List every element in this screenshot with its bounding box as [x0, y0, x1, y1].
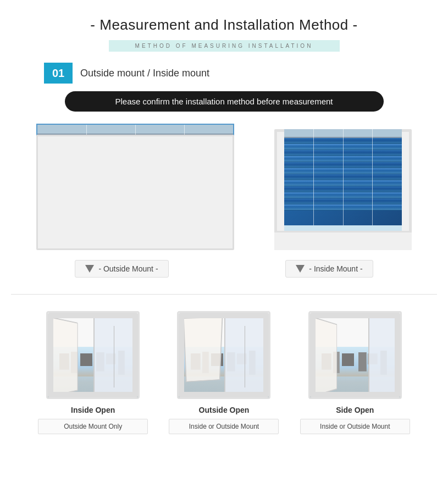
left-panel-open [52, 317, 78, 396]
inside-blinds [284, 129, 402, 225]
cord-left-inside [313, 129, 314, 225]
arrow-up-icon-inside [296, 265, 305, 273]
inside-open-illustration [46, 311, 140, 399]
window-type-side-open: Side Open Inside or Outside Mount [300, 311, 410, 434]
cord-mid-inside [343, 129, 344, 225]
inside-mount-text: - Inside Mount - [309, 264, 362, 273]
page-container: - Measurement and Installation Method - … [0, 0, 448, 462]
step-label: Outside mount / Inside mount [80, 68, 209, 79]
section-divider [11, 294, 437, 295]
notice-bar: Please confirm the installation method b… [65, 91, 384, 112]
cord-right-inside [372, 129, 373, 225]
mount-note-2: Inside or Outside Mount [300, 419, 410, 434]
subtitle-bar: METHOD OF MEASURING INSTALLATION [109, 40, 340, 52]
step-row: 01 Outside mount / Inside mount [11, 63, 437, 84]
mount-note-1: Inside or Outside Mount [169, 419, 279, 434]
blinds-section [11, 124, 437, 250]
inside-mount-label: - Inside Mount - [285, 260, 373, 278]
outside-open-illustration [177, 311, 270, 399]
window-type-outside-open: Outside Open Inside or Outside Mount [169, 311, 279, 434]
mount-labels: - Outside Mount - - Inside Mount - [11, 260, 437, 278]
window-type-name-2: Side Open [336, 406, 374, 414]
outside-mount-label: - Outside Mount - [75, 260, 168, 278]
outside-mount-illustration [36, 124, 234, 250]
window-sill [274, 231, 412, 250]
window-types-section: Inside Open Outside Mount Only Outside O… [11, 311, 437, 434]
sliding-panel-fixed [368, 317, 396, 396]
arrow-up-icon-outside [85, 265, 94, 273]
sliding-panel-open [314, 317, 337, 396]
outside-window-frame [36, 135, 234, 250]
main-title: - Measurement and Installation Method - [11, 16, 437, 34]
right-panel [93, 317, 134, 396]
outward-panel-right [224, 317, 264, 396]
window-type-name-0: Inside Open [71, 406, 115, 414]
window-type-name-1: Outside Open [199, 406, 250, 414]
step-badge: 01 [44, 63, 73, 84]
window-type-inside-open: Inside Open Outside Mount Only [38, 311, 148, 434]
side-open-illustration [308, 311, 402, 399]
outside-mount-text: - Outside Mount - [98, 264, 158, 273]
inside-mount-illustration [274, 129, 412, 250]
mount-note-0: Outside Mount Only [38, 419, 148, 434]
outward-panel-left [183, 317, 223, 382]
